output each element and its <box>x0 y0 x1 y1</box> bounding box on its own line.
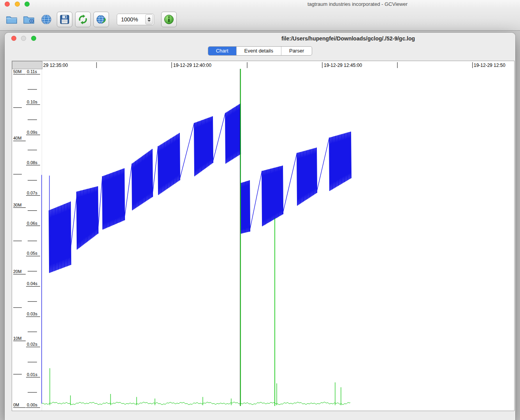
svg-text:0M: 0M <box>13 402 19 407</box>
globe-icon <box>41 14 52 25</box>
doc-close-button[interactable] <box>11 36 16 41</box>
svg-text:0.01s: 0.01s <box>27 372 37 377</box>
stepper-down-icon <box>148 20 151 22</box>
svg-text:20M: 20M <box>13 269 21 274</box>
svg-text:40M: 40M <box>13 136 21 140</box>
svg-text:0.10s: 0.10s <box>27 100 37 104</box>
doc-title: file:/Users/hupengfei/Downloads/gclog/./… <box>281 35 415 42</box>
app-zoom-button[interactable] <box>25 2 30 7</box>
zoom-stepper[interactable] <box>145 14 153 24</box>
document-window: file:/Users/hupengfei/Downloads/gclog/./… <box>5 33 515 420</box>
tab-parser[interactable]: Parser <box>281 47 312 55</box>
toolbar: 1000% <box>0 9 520 31</box>
svg-text:0.00s: 0.00s <box>27 402 37 407</box>
watch-button[interactable] <box>93 12 109 27</box>
svg-text:30M: 30M <box>13 203 21 207</box>
refresh-icon <box>77 14 88 25</box>
zoom-combobox[interactable]: 1000% <box>117 14 154 25</box>
refresh-button[interactable] <box>75 12 91 27</box>
tabbar: Chart Event details Parser <box>5 46 515 56</box>
tab-group: Chart Event details Parser <box>208 46 313 56</box>
zoom-value: 1000% <box>117 16 145 23</box>
app-titlebar: tagtraum industries incorporated - GCVie… <box>0 0 520 9</box>
folder-open-icon <box>6 15 18 24</box>
about-button[interactable] <box>161 12 177 27</box>
svg-text:0.03s: 0.03s <box>27 312 37 316</box>
app-content-background: file:/Users/hupengfei/Downloads/gclog/./… <box>0 31 520 420</box>
screen: { "app": { "titlebar_title": "tagtraum i… <box>0 0 520 420</box>
doc-minimize-button[interactable] <box>21 36 26 41</box>
info-icon <box>164 14 174 24</box>
svg-text:29 12:35:00: 29 12:35:00 <box>43 63 68 68</box>
svg-text:0.07s: 0.07s <box>27 191 37 195</box>
svg-text:50M: 50M <box>13 69 21 74</box>
app-close-button[interactable] <box>5 2 10 7</box>
open-file-button[interactable] <box>4 12 19 27</box>
folder-url-icon <box>23 15 35 24</box>
svg-text:0.02s: 0.02s <box>27 342 37 346</box>
gc-chart-svg: 29 12:35:0019-12-29 12:40:0019-12-29 12:… <box>12 61 514 411</box>
svg-text:0.09s: 0.09s <box>27 130 37 135</box>
app-minimize-button[interactable] <box>15 2 20 7</box>
tab-event-details[interactable]: Event details <box>236 47 281 55</box>
stepper-up-icon <box>148 17 151 19</box>
svg-text:19-12-29 12:45:00: 19-12-29 12:45:00 <box>324 63 362 68</box>
svg-text:10M: 10M <box>13 336 21 341</box>
open-internet-button[interactable] <box>39 12 54 27</box>
globe-arrow-icon <box>96 14 107 25</box>
svg-text:0.08s: 0.08s <box>27 160 37 165</box>
doc-zoom-button[interactable] <box>31 36 36 41</box>
doc-titlebar[interactable]: file:/Users/hupengfei/Downloads/gclog/./… <box>5 33 515 46</box>
svg-text:0.11s: 0.11s <box>27 69 37 74</box>
tab-chart[interactable]: Chart <box>208 47 236 55</box>
open-url-button[interactable] <box>21 12 37 27</box>
svg-text:19-12-29 12:50: 19-12-29 12:50 <box>474 63 506 68</box>
floppy-save-icon <box>60 14 70 24</box>
svg-text:0.06s: 0.06s <box>27 221 37 226</box>
chart-panel: 29 12:35:0019-12-29 12:40:0019-12-29 12:… <box>12 61 515 411</box>
app-title: tagtraum industries incorporated - GCVie… <box>307 1 408 7</box>
svg-text:0.04s: 0.04s <box>27 281 37 286</box>
export-button[interactable] <box>57 12 72 27</box>
svg-text:19-12-29 12:40:00: 19-12-29 12:40:00 <box>173 63 211 68</box>
svg-text:0.05s: 0.05s <box>27 251 37 256</box>
